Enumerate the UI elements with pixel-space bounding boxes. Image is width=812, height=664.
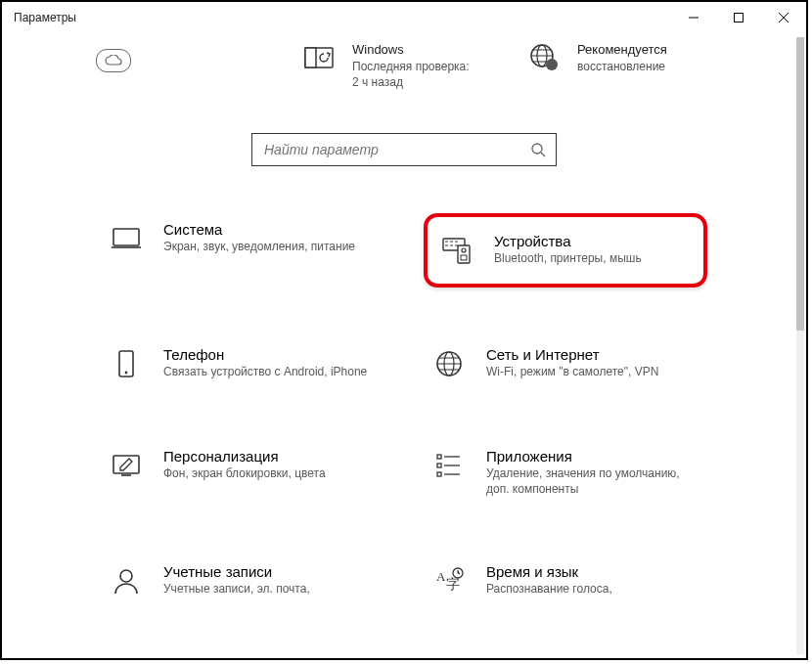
category-title: Персонализация [163, 448, 377, 465]
category-phone[interactable]: Телефон Связать устройство с Android, iP… [101, 338, 384, 389]
time-language-icon: A字 [431, 563, 467, 598]
category-time-language[interactable]: A字 Время и язык Распознавание голоса, [424, 555, 707, 606]
minimize-button[interactable] [671, 2, 716, 33]
search-icon [530, 142, 546, 157]
category-title: Система [163, 221, 377, 238]
status-recovery-text: Рекомендуется восстановление [577, 41, 667, 90]
svg-rect-19 [437, 464, 441, 467]
category-network[interactable]: Сеть и Интернет Wi-Fi, режим "в самолете… [424, 338, 707, 389]
status-update-l2: Последняя проверка: [352, 59, 470, 74]
status-update-text: Windows Последняя проверка: 2 ч назад [352, 41, 470, 90]
scrollbar-thumb[interactable] [796, 37, 804, 331]
system-icon [109, 221, 144, 256]
category-title: Сеть и Интернет [486, 346, 699, 363]
search-box[interactable] [251, 133, 557, 166]
status-recovery-l2: восстановление [577, 59, 667, 74]
apps-icon [431, 448, 467, 483]
svg-point-7 [532, 144, 542, 154]
personalization-icon [109, 448, 144, 483]
globe-warn-icon [526, 41, 562, 76]
close-button[interactable] [761, 2, 806, 33]
svg-point-21 [120, 570, 132, 582]
category-devices[interactable]: Устройства Bluetooth, принтеры, мышь [424, 213, 707, 288]
body: Windows Последняя проверка: 2 ч назад [2, 33, 806, 658]
category-title: Время и язык [486, 563, 699, 580]
category-desc: Учетные записи, эл. почта, [163, 582, 377, 598]
accounts-icon [109, 563, 144, 598]
svg-rect-20 [437, 472, 441, 476]
maximize-button[interactable] [716, 2, 761, 33]
titlebar: Параметры [2, 2, 806, 33]
category-title: Телефон [163, 346, 377, 363]
category-desc: Удаление, значения по умолчанию, доп. ко… [486, 466, 699, 497]
status-recovery-l1: Рекомендуется [577, 41, 667, 59]
status-update[interactable]: Windows Последняя проверка: 2 ч назад [301, 41, 487, 90]
category-desc: Bluetooth, принтеры, мышь [494, 251, 692, 267]
svg-point-6 [546, 59, 558, 70]
category-title: Устройства [494, 233, 692, 249]
phone-icon [109, 346, 144, 381]
svg-rect-18 [437, 455, 441, 459]
status-recovery[interactable]: Рекомендуется восстановление [526, 41, 712, 90]
svg-point-14 [125, 372, 128, 375]
status-update-l1: Windows [352, 41, 470, 59]
update-icon [301, 41, 337, 76]
cloud-icon [96, 41, 131, 76]
window-controls [671, 2, 806, 33]
svg-rect-2 [305, 48, 316, 67]
category-apps[interactable]: Приложения Удаление, значения по умолчан… [424, 440, 707, 505]
svg-rect-0 [735, 14, 744, 22]
svg-text:A: A [436, 569, 446, 584]
category-desc: Распознавание голоса, [486, 582, 699, 598]
svg-rect-8 [113, 229, 139, 245]
category-desc: Экран, звук, уведомления, питание [163, 240, 377, 255]
window-title: Параметры [14, 11, 76, 24]
category-desc: Связать устройство с Android, iPhone [163, 365, 377, 380]
status-onedrive[interactable] [96, 41, 262, 90]
svg-rect-17 [113, 456, 139, 473]
category-personalization[interactable]: Персонализация Фон, экран блокировки, цв… [101, 440, 384, 505]
category-title: Учетные записи [163, 563, 377, 580]
scrollbar[interactable] [792, 33, 806, 658]
category-title: Приложения [486, 448, 699, 465]
settings-window: Параметры [0, 0, 808, 660]
status-row: Windows Последняя проверка: 2 ч назад [51, 41, 757, 90]
category-accounts[interactable]: Учетные записи Учетные записи, эл. почта… [101, 555, 384, 606]
category-desc: Wi-Fi, режим "в самолете", VPN [486, 365, 699, 380]
category-grid: Система Экран, звук, уведомления, питани… [51, 213, 757, 606]
category-system[interactable]: Система Экран, звук, уведомления, питани… [101, 213, 384, 288]
content: Windows Последняя проверка: 2 ч назад [2, 33, 806, 606]
search-wrap [51, 133, 757, 166]
globe-icon [431, 346, 467, 381]
category-desc: Фон, экран блокировки, цвета [163, 466, 377, 482]
svg-text:字: 字 [446, 577, 460, 592]
devices-icon [439, 233, 474, 268]
status-update-l3: 2 ч назад [352, 74, 470, 90]
search-input[interactable] [262, 141, 530, 158]
